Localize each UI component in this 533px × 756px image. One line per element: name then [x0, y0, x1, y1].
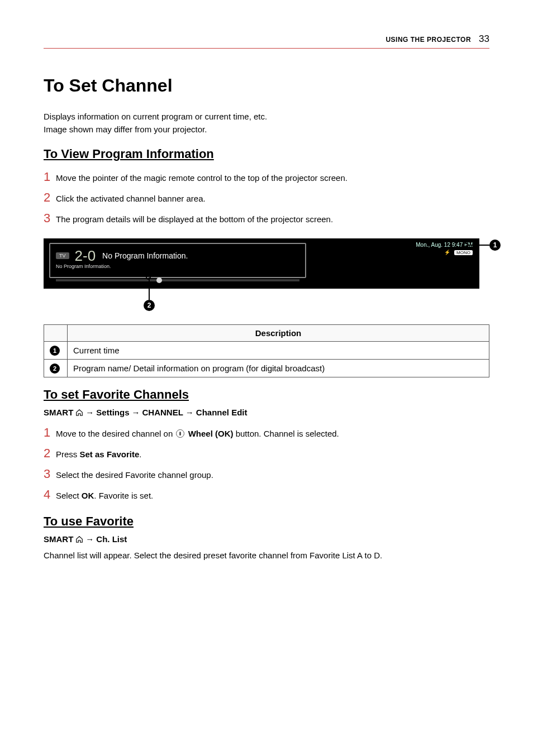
callout-badge-1: 1 — [489, 240, 501, 251]
step-number: 3 — [44, 208, 51, 228]
home-icon — [75, 534, 83, 544]
nav-path-use-favorite: SMART → Ch. List — [44, 534, 489, 544]
nav-smart: SMART — [44, 534, 73, 544]
callout-2-line — [149, 277, 150, 300]
step-text-bold: Set as Favorite — [80, 449, 140, 459]
nav-arrow: → — [85, 534, 94, 544]
step-text-fragment: Move to the desired channel on — [56, 429, 175, 438]
step-text: Click the activated channel banner area. — [56, 192, 206, 205]
callout-1-line — [467, 245, 489, 246]
no-program-sub: No Program Information. — [56, 264, 299, 269]
set-fav-step-3: 3 Select the desired Favorite channel gr… — [44, 464, 489, 484]
row-number-badge: 2 — [50, 363, 60, 374]
nav-channel: CHANNEL — [142, 408, 183, 417]
step-number: 4 — [44, 485, 51, 504]
intro-line-2: Image shown may differ from your project… — [44, 123, 489, 136]
section-view-info-heading: To View Program Information — [44, 147, 489, 161]
channel-banner-screenshot: TV 2-0 No Program Information. No Progra… — [44, 238, 491, 310]
banner-scrollbar — [56, 279, 299, 281]
step-text: Press Set as Favorite. — [56, 448, 141, 461]
header-section-label: USING THE PROJECTOR — [386, 36, 471, 44]
set-fav-step-4: 4 Select OK. Favorite is set. — [44, 485, 489, 504]
step-text: The program details will be displayed at… — [56, 213, 333, 226]
page-header: USING THE PROJECTOR 33 — [44, 34, 489, 49]
callout-badge-2: 2 — [144, 300, 155, 311]
nav-settings: Settings — [96, 408, 129, 417]
row-description: Program name/ Detail information on prog… — [68, 359, 489, 377]
channel-number: 2-0 — [75, 247, 96, 265]
set-fav-step-1: 1 Move to the desired channel on Wheel (… — [44, 423, 489, 442]
use-favorite-body: Channel list will appear. Select the des… — [44, 549, 489, 562]
description-table: Description 1 Current time 2 Program nam… — [44, 324, 489, 377]
step-text-fragment: Press — [56, 449, 80, 459]
step-number: 1 — [44, 423, 51, 442]
view-info-step-3: 3 The program details will be displayed … — [44, 208, 489, 228]
step-text: Move to the desired channel on Wheel (OK… — [56, 427, 339, 441]
nav-path-set-favorite: SMART → Settings → CHANNEL → Channel Edi… — [44, 408, 489, 417]
nav-arrow: → — [85, 408, 94, 417]
tv-badge: TV — [56, 252, 69, 259]
step-number: 1 — [44, 167, 51, 186]
step-number: 2 — [44, 188, 51, 207]
step-text-fragment: button. Channel is selected. — [234, 429, 339, 438]
table-row: 1 Current time — [44, 341, 489, 359]
nav-smart: SMART — [44, 408, 73, 417]
page-title: To Set Channel — [44, 75, 489, 96]
step-text-bold: OK — [82, 491, 94, 500]
step-number: 3 — [44, 464, 51, 484]
scrollbar-thumb — [156, 277, 162, 283]
intro-text: Displays information on current program … — [44, 111, 489, 136]
nav-ch-list: Ch. List — [96, 534, 127, 544]
row-description: Current time — [68, 341, 489, 359]
section-set-favorite-heading: To set Favorite Channels — [44, 387, 489, 402]
section-use-favorite-heading: To use Favorite — [44, 514, 489, 529]
intro-line-1: Displays information on current program … — [44, 111, 489, 123]
signal-icon: ⚡ — [444, 250, 450, 255]
step-text-fragment: . Favorite is set. — [94, 491, 153, 500]
set-fav-step-2: 2 Press Set as Favorite. — [44, 443, 489, 463]
desc-header-label: Description — [68, 324, 489, 341]
desc-header-num — [44, 324, 68, 341]
step-text: Select OK. Favorite is set. — [56, 489, 153, 503]
wheel-icon — [176, 429, 184, 438]
step-number: 2 — [44, 443, 51, 463]
nav-arrow: → — [132, 408, 140, 417]
nav-arrow: → — [185, 408, 194, 417]
table-row: 2 Program name/ Detail information on pr… — [44, 359, 489, 377]
home-icon — [75, 408, 83, 417]
nav-channel-edit: Channel Edit — [196, 408, 248, 417]
step-text-fragment: Select — [56, 491, 82, 500]
step-text: Move the pointer of the magic remote con… — [56, 171, 348, 185]
no-program-main: No Program Information. — [102, 251, 188, 260]
step-text-fragment: . — [139, 449, 141, 459]
view-info-step-2: 2 Click the activated channel banner are… — [44, 188, 489, 207]
header-page-number: 33 — [479, 34, 489, 45]
view-info-step-1: 1 Move the pointer of the magic remote c… — [44, 167, 489, 186]
mono-badge: MONO — [454, 250, 473, 255]
step-text: Select the desired Favorite channel grou… — [56, 468, 213, 482]
step-text-bold: Wheel (OK) — [188, 429, 234, 438]
row-number-badge: 1 — [50, 346, 60, 356]
